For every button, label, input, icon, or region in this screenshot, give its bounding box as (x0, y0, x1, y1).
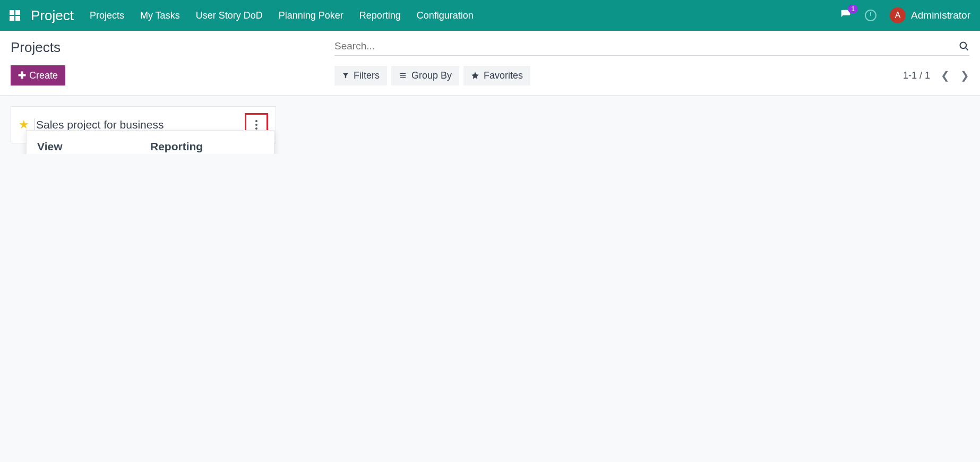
nav-item-my-tasks[interactable]: My Tasks (140, 10, 180, 21)
create-button[interactable]: ✚ Create (11, 65, 65, 85)
dropdown-view-column: View Tasks EPIC User Stories Sprints Pla… (37, 140, 150, 154)
messaging-badge: 1 (848, 5, 858, 13)
create-label: Create (29, 70, 58, 81)
search-icon[interactable] (959, 41, 969, 52)
activity-icon[interactable] (865, 10, 876, 21)
search-input[interactable] (334, 40, 959, 52)
page-title: Projects (11, 37, 334, 56)
app-brand[interactable]: Project (31, 7, 74, 24)
favorites-button[interactable]: Favorites (463, 66, 530, 85)
pager: 1-1 / 1 ❮ ❯ (903, 69, 969, 82)
project-card[interactable]: ★ Sales project for business View Tasks … (11, 106, 276, 143)
svg-line-1 (966, 48, 968, 50)
search-bar[interactable] (334, 37, 969, 56)
filters-label: Filters (354, 70, 380, 81)
groupby-button[interactable]: Group By (391, 66, 459, 85)
dropdown-reporting-column: Reporting Tasks Analysis Burndown Chart … (150, 140, 263, 154)
nav-right: 1 A Administrator (840, 7, 970, 23)
nav-item-user-story-dod[interactable]: User Story DoD (196, 10, 263, 21)
nav-item-reporting[interactable]: Reporting (359, 10, 401, 21)
reporting-heading: Reporting (150, 140, 263, 153)
funnel-icon (342, 72, 349, 79)
card-dropdown: View Tasks EPIC User Stories Sprints Pla… (26, 130, 274, 154)
nav-menu: Projects My Tasks User Story DoD Plannin… (90, 10, 474, 21)
nav-item-projects[interactable]: Projects (90, 10, 124, 21)
nav-item-configuration[interactable]: Configuration (417, 10, 474, 21)
groupby-label: Group By (411, 70, 452, 81)
view-heading: View (37, 140, 150, 153)
project-title[interactable]: Sales project for business (35, 118, 164, 131)
list-icon (399, 72, 407, 79)
kanban-area: ★ Sales project for business View Tasks … (0, 96, 980, 154)
pager-next-icon[interactable]: ❯ (960, 69, 969, 82)
filter-bar: Filters Group By Favorites (334, 66, 530, 85)
pager-prev-icon[interactable]: ❮ (941, 69, 950, 82)
avatar: A (890, 7, 906, 23)
user-menu[interactable]: A Administrator (890, 7, 970, 23)
pager-text: 1-1 / 1 (903, 70, 930, 81)
apps-icon[interactable] (10, 10, 20, 21)
kebab-icon (255, 120, 257, 130)
top-navbar: Project Projects My Tasks User Story DoD… (0, 0, 980, 31)
favorites-label: Favorites (484, 70, 523, 81)
messaging-icon[interactable]: 1 (840, 9, 852, 22)
svg-point-0 (960, 42, 967, 49)
plus-icon: ✚ (18, 70, 26, 81)
username-label: Administrator (911, 10, 970, 21)
nav-item-planning-poker[interactable]: Planning Poker (279, 10, 343, 21)
star-icon (471, 71, 479, 80)
control-panel: Projects ✚ Create Filters (0, 31, 980, 96)
filters-button[interactable]: Filters (334, 66, 387, 85)
